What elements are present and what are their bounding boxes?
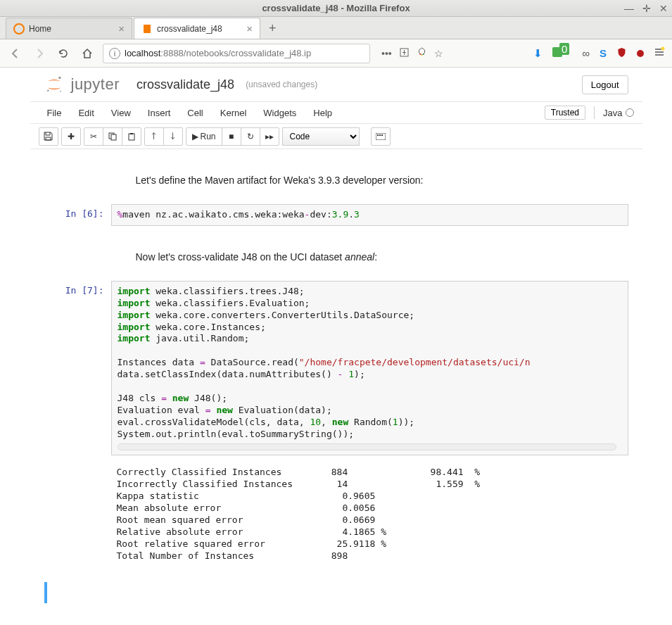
- add-cell-button[interactable]: ✚: [61, 127, 81, 146]
- browser-tabstrip: Home × crossvalidate_j48 × +: [0, 17, 672, 39]
- copy-button[interactable]: [103, 127, 122, 146]
- jupyter-icon: [44, 75, 64, 94]
- extension-s-icon[interactable]: S: [600, 47, 607, 59]
- horizontal-scrollbar[interactable]: [118, 443, 616, 450]
- code-cell-6[interactable]: In [6]: %maven nz.ac.waikato.cms.weka:we…: [44, 204, 628, 226]
- notebook-toolbar: ✚ ✂ 🡑 🡓 ▶Run ■ ↻ ▸▸ Code: [30, 124, 642, 149]
- code-cell-7[interactable]: In [7]: import weka.classifiers.trees.J4…: [44, 281, 628, 456]
- home-icon: [13, 23, 25, 34]
- svg-rect-11: [111, 134, 116, 140]
- window-controls: — ✛ ✕: [624, 3, 668, 14]
- svg-rect-1: [144, 25, 151, 33]
- new-tab-button[interactable]: +: [262, 18, 284, 39]
- page-content: jupyter crossvalidate_j48 (unsaved chang…: [0, 68, 672, 625]
- logout-button[interactable]: Logout: [582, 75, 628, 94]
- fast-forward-button[interactable]: ▸▸: [260, 127, 279, 146]
- tab-home[interactable]: Home ×: [6, 18, 132, 39]
- stop-button[interactable]: ■: [222, 127, 241, 146]
- minimize-button[interactable]: —: [624, 3, 634, 14]
- browser-urlbar: i localhost:8888/notebooks/crossvalidate…: [0, 39, 672, 68]
- input-prompt: In [6]:: [44, 204, 111, 226]
- notebook-name[interactable]: crossvalidate_j48: [137, 77, 234, 92]
- markdown-cell[interactable]: Now let's cross-validate J48 on the UCI …: [136, 247, 628, 267]
- window-title: crossvalidate_j48 - Mozilla Firefox: [262, 3, 410, 13]
- svg-point-0: [14, 24, 24, 34]
- toolbar-extensions: ⬇ 0 ∞ S: [533, 46, 665, 60]
- svg-point-4: [421, 55, 422, 56]
- extension-green-icon[interactable]: 0: [552, 47, 572, 59]
- kernel-status-icon: [626, 108, 634, 117]
- tab-notebook[interactable]: crossvalidate_j48 ×: [134, 18, 260, 39]
- move-up-button[interactable]: 🡑: [144, 127, 164, 146]
- info-icon[interactable]: i: [109, 48, 120, 59]
- tab-label: Home: [29, 24, 114, 34]
- menu-widgets[interactable]: Widgets: [255, 108, 305, 118]
- menu-edit[interactable]: Edit: [70, 108, 102, 118]
- svg-point-6: [661, 47, 665, 51]
- input-prompt: In [7]:: [44, 281, 111, 456]
- extension-shield-icon[interactable]: [616, 47, 627, 60]
- svg-rect-14: [376, 133, 386, 140]
- svg-rect-17: [381, 134, 383, 136]
- reload-button[interactable]: [55, 45, 72, 62]
- extension-red-icon[interactable]: [637, 47, 644, 59]
- svg-point-9: [59, 91, 61, 92]
- svg-rect-13: [130, 133, 133, 134]
- back-button[interactable]: [7, 45, 24, 62]
- notebook-icon: [141, 23, 153, 34]
- close-icon[interactable]: ×: [246, 23, 253, 34]
- save-status: (unsaved changes): [246, 80, 317, 89]
- kernel-indicator[interactable]: Java: [603, 108, 633, 118]
- home-button[interactable]: [79, 45, 96, 62]
- svg-rect-16: [379, 134, 381, 136]
- save-button[interactable]: [39, 127, 58, 146]
- code-input[interactable]: %maven nz.ac.waikato.cms.weka:weka-dev:3…: [111, 204, 628, 226]
- download-icon[interactable]: ⬇: [533, 47, 543, 60]
- svg-rect-15: [377, 134, 379, 136]
- trusted-badge[interactable]: Trusted: [545, 106, 585, 120]
- close-button[interactable]: ✕: [659, 3, 668, 14]
- jupyter-text: jupyter: [71, 75, 120, 94]
- menubar: File Edit View Insert Cell Kernel Widget…: [30, 101, 642, 124]
- svg-rect-12: [129, 134, 134, 140]
- forward-button[interactable]: [31, 45, 48, 62]
- tab-label: crossvalidate_j48: [157, 24, 242, 34]
- extension-infinity-icon[interactable]: ∞: [582, 47, 590, 59]
- svg-point-3: [419, 53, 421, 55]
- next-cell[interactable]: [44, 582, 628, 603]
- command-palette-button[interactable]: [371, 127, 391, 146]
- jupyter-logo[interactable]: jupyter crossvalidate_j48 (unsaved chang…: [44, 75, 318, 94]
- more-icon[interactable]: •••: [381, 48, 392, 59]
- url-text: localhost:8888/notebooks/crossvalidate_j…: [125, 48, 311, 58]
- close-icon[interactable]: ×: [118, 23, 125, 34]
- kernel-name: Java: [603, 108, 622, 118]
- svg-point-8: [46, 89, 49, 91]
- cell-output: Correctly Classified Instances 884 98.44…: [111, 461, 628, 567]
- reader-icon[interactable]: [399, 47, 410, 60]
- menu-help[interactable]: Help: [305, 108, 341, 118]
- notebook-header: jupyter crossvalidate_j48 (unsaved chang…: [30, 68, 642, 101]
- notebook-body: Let's define the Maven artifact for Weka…: [30, 149, 642, 625]
- window-titlebar: crossvalidate_j48 - Mozilla Firefox — ✛ …: [0, 0, 672, 17]
- restart-button[interactable]: ↻: [241, 127, 260, 146]
- cut-button[interactable]: ✂: [84, 127, 103, 146]
- svg-point-7: [58, 77, 61, 80]
- menu-view[interactable]: View: [103, 108, 139, 118]
- menu-icon[interactable]: [654, 46, 665, 60]
- menu-file[interactable]: File: [39, 108, 70, 118]
- menu-insert[interactable]: Insert: [139, 108, 179, 118]
- cell-type-select[interactable]: Code: [282, 127, 360, 146]
- run-button[interactable]: ▶Run: [186, 127, 222, 146]
- code-input[interactable]: import weka.classifiers.trees.J48; impor…: [111, 281, 628, 456]
- url-input[interactable]: i localhost:8888/notebooks/crossvalidate…: [103, 44, 370, 63]
- maximize-button[interactable]: ✛: [642, 3, 651, 14]
- svg-point-5: [423, 53, 424, 55]
- permissions-icon[interactable]: [417, 47, 427, 60]
- paste-button[interactable]: [122, 127, 141, 146]
- bookmark-icon[interactable]: ☆: [434, 48, 443, 59]
- move-down-button[interactable]: 🡓: [163, 127, 183, 146]
- menu-kernel[interactable]: Kernel: [212, 108, 255, 118]
- menu-cell[interactable]: Cell: [179, 108, 211, 118]
- url-actions: ••• ☆: [381, 47, 443, 60]
- markdown-cell[interactable]: Let's define the Maven artifact for Weka…: [136, 170, 628, 190]
